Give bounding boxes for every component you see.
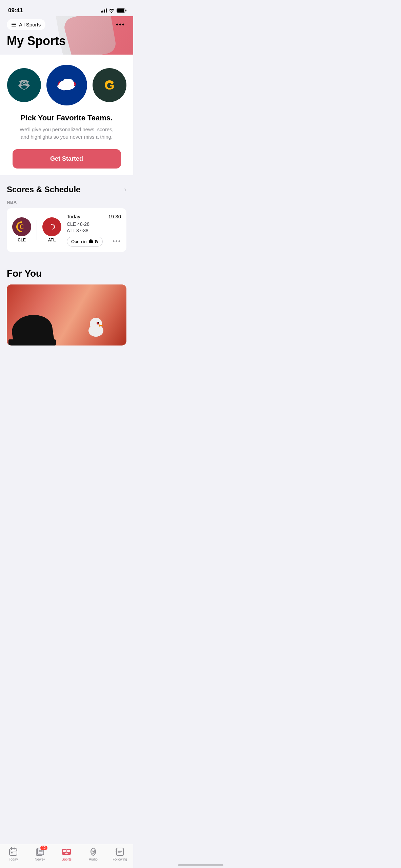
svg-rect-10	[90, 239, 92, 241]
all-sports-label: All Sports	[19, 22, 41, 27]
game-card: C CLE ATL Today 19:30 CLE	[7, 208, 126, 252]
team-divider	[37, 220, 37, 240]
packers-svg: G G	[98, 73, 121, 97]
pick-title: Pick Your Favorite Teams.	[21, 114, 113, 122]
packers-logo: G G	[93, 68, 126, 102]
svg-point-12	[90, 318, 102, 330]
hamburger-icon	[12, 23, 16, 26]
packers-col: G G	[93, 68, 126, 102]
away-record: ATL 37-38	[67, 228, 121, 233]
scores-title: Scores & Schedule	[7, 185, 80, 194]
open-in-appletv-button[interactable]: Open in tv	[67, 237, 103, 246]
game-time: 19:30	[108, 214, 121, 219]
status-time: 09:41	[8, 7, 23, 14]
hawks-svg	[46, 221, 58, 233]
atl-team-col: ATL	[42, 217, 61, 242]
svg-point-14	[98, 322, 99, 323]
home-record: CLE 48-28	[67, 221, 121, 227]
pick-subtitle: We'll give you personalized news, scores…	[16, 126, 118, 141]
eagles-svg	[12, 73, 36, 97]
scores-header: Scores & Schedule ›	[7, 185, 126, 194]
cle-abbr: CLE	[18, 238, 26, 242]
game-more-button[interactable]: •••	[113, 238, 121, 245]
game-info: Today 19:30 CLE 48-28 ATL 37-38 Open in …	[67, 214, 121, 246]
status-bar: 09:41	[0, 0, 133, 16]
bills-svg	[53, 71, 81, 99]
svg-rect-9	[89, 240, 93, 243]
svg-point-1	[21, 83, 23, 85]
open-in-label: Open in	[71, 239, 87, 244]
league-label: NBA	[7, 200, 126, 205]
page-title: My Sports	[7, 34, 126, 48]
status-icons	[101, 8, 125, 13]
scores-chevron-icon[interactable]: ›	[124, 185, 126, 193]
for-you-title: For You	[7, 268, 126, 279]
eagles-logo	[7, 68, 41, 102]
header-controls: All Sports •••	[7, 19, 126, 30]
get-started-button[interactable]: Get Started	[13, 149, 121, 169]
all-sports-button[interactable]: All Sports	[7, 19, 45, 30]
bills-logo	[46, 65, 87, 105]
game-date: Today	[67, 214, 80, 219]
game-actions: Open in tv •••	[67, 237, 121, 246]
bills-col	[46, 65, 87, 105]
battery-icon	[117, 8, 125, 13]
team-logos: G G	[7, 65, 126, 105]
header: All Sports ••• My Sports	[0, 16, 133, 55]
cle-team-col: C CLE	[12, 217, 31, 242]
hawks-circle	[42, 217, 61, 236]
for-you-section: For You	[0, 259, 133, 346]
game-time-row: Today 19:30	[67, 214, 121, 219]
svg-text:G: G	[105, 79, 114, 92]
atl-abbr: ATL	[48, 238, 56, 242]
more-button[interactable]: •••	[115, 19, 126, 30]
cardinals-bird-svg	[82, 314, 109, 341]
signal-icon	[101, 8, 107, 13]
cavs-svg: C	[16, 221, 28, 233]
cavs-circle: C	[12, 217, 31, 236]
appletv-icon	[88, 239, 93, 244]
for-you-image[interactable]	[7, 284, 126, 346]
wifi-icon	[109, 8, 115, 13]
svg-text:C: C	[20, 223, 24, 230]
svg-point-8	[51, 224, 53, 225]
teams-section: G G Pick Your Favorite Teams. We'll give…	[0, 55, 133, 175]
scores-section: Scores & Schedule › NBA C CLE	[0, 175, 133, 252]
eagles-col	[7, 68, 41, 102]
